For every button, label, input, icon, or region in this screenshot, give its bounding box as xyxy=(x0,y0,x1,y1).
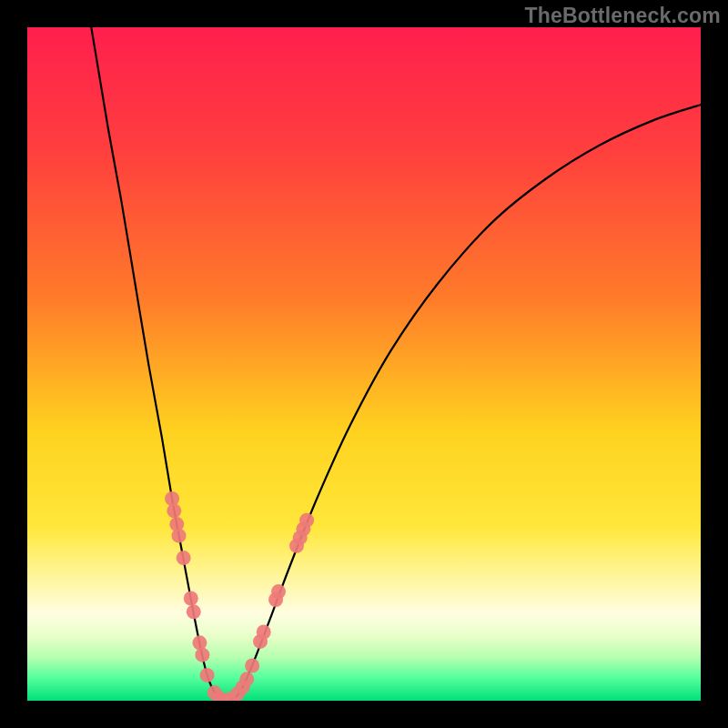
plot-area xyxy=(27,27,701,701)
data-marker xyxy=(299,513,314,528)
data-marker xyxy=(200,668,215,682)
data-marker xyxy=(257,625,271,640)
data-marker xyxy=(172,529,187,543)
watermark-text: TheBottleneck.com xyxy=(524,4,721,28)
gradient-background xyxy=(27,27,701,701)
data-marker xyxy=(271,584,286,599)
data-marker xyxy=(184,592,198,606)
data-marker xyxy=(239,672,254,686)
data-marker xyxy=(192,635,207,650)
data-marker xyxy=(245,659,259,673)
data-marker xyxy=(177,551,191,565)
data-marker xyxy=(167,503,181,518)
data-marker xyxy=(187,604,201,619)
chart-svg xyxy=(27,27,701,701)
data-marker xyxy=(195,648,209,662)
chart-frame: TheBottleneck.com xyxy=(0,0,728,728)
data-marker xyxy=(165,491,179,506)
